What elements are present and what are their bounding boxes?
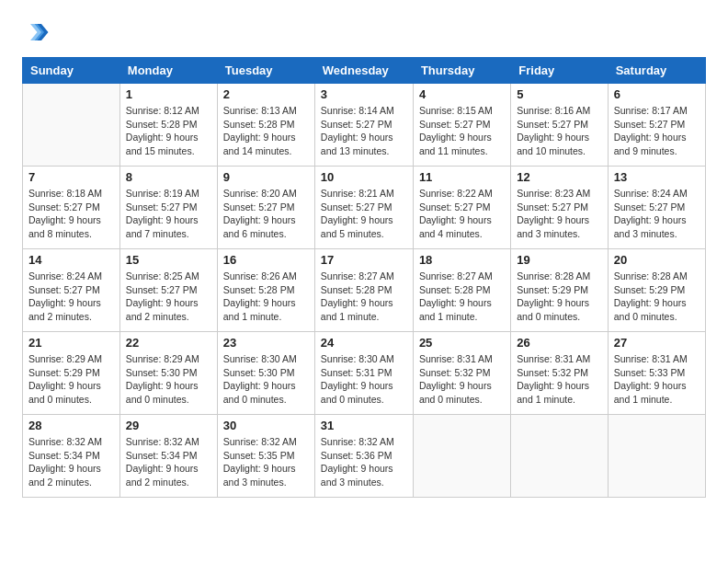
calendar-cell: 8Sunrise: 8:19 AMSunset: 5:27 PMDaylight… xyxy=(119,167,217,249)
calendar-cell: 16Sunrise: 8:26 AMSunset: 5:28 PMDayligh… xyxy=(217,249,314,332)
daylight-info: Daylight: 9 hours and 13 minutes. xyxy=(321,132,393,156)
calendar-cell: 10Sunrise: 8:21 AMSunset: 5:27 PMDayligh… xyxy=(314,167,413,249)
sunset-info: Sunset: 5:27 PM xyxy=(517,201,588,213)
weekday-header: Thursday xyxy=(413,58,510,84)
calendar-week-row: 7Sunrise: 8:18 AMSunset: 5:27 PMDaylight… xyxy=(23,167,706,249)
sunrise-info: Sunrise: 8:24 AM xyxy=(614,188,688,199)
day-info: Sunrise: 8:32 AMSunset: 5:36 PMDaylight:… xyxy=(321,435,407,489)
day-info: Sunrise: 8:24 AMSunset: 5:27 PMDaylight:… xyxy=(28,270,114,324)
day-info: Sunrise: 8:15 AMSunset: 5:27 PMDaylight:… xyxy=(419,104,505,158)
day-info: Sunrise: 8:23 AMSunset: 5:27 PMDaylight:… xyxy=(517,187,601,241)
day-info: Sunrise: 8:12 AMSunset: 5:28 PMDaylight:… xyxy=(126,104,211,158)
sunset-info: Sunset: 5:27 PM xyxy=(517,119,588,130)
day-number: 20 xyxy=(614,253,700,267)
calendar-cell: 28Sunrise: 8:32 AMSunset: 5:34 PMDayligh… xyxy=(23,415,120,498)
day-info: Sunrise: 8:17 AMSunset: 5:27 PMDaylight:… xyxy=(614,104,700,158)
sunrise-info: Sunrise: 8:14 AM xyxy=(321,105,394,116)
sunset-info: Sunset: 5:27 PM xyxy=(321,119,392,130)
sunrise-info: Sunrise: 8:20 AM xyxy=(223,188,297,199)
calendar-cell xyxy=(23,84,120,167)
calendar-cell: 29Sunrise: 8:32 AMSunset: 5:34 PMDayligh… xyxy=(119,415,217,498)
weekday-header: Tuesday xyxy=(217,58,314,84)
calendar-cell: 6Sunrise: 8:17 AMSunset: 5:27 PMDaylight… xyxy=(608,84,705,167)
calendar-cell: 5Sunrise: 8:16 AMSunset: 5:27 PMDaylight… xyxy=(511,84,608,167)
daylight-info: Daylight: 9 hours and 9 minutes. xyxy=(614,132,687,156)
sunset-info: Sunset: 5:27 PM xyxy=(28,284,100,295)
sunrise-info: Sunrise: 8:32 AM xyxy=(28,436,102,447)
calendar-cell xyxy=(511,415,608,498)
sunrise-info: Sunrise: 8:23 AM xyxy=(517,188,590,199)
day-info: Sunrise: 8:32 AMSunset: 5:34 PMDaylight:… xyxy=(126,435,211,489)
sunrise-info: Sunrise: 8:12 AM xyxy=(126,105,199,116)
day-number: 7 xyxy=(28,170,114,184)
day-number: 25 xyxy=(419,336,505,350)
day-number: 3 xyxy=(321,87,407,101)
calendar-cell: 13Sunrise: 8:24 AMSunset: 5:27 PMDayligh… xyxy=(608,167,705,249)
day-number: 31 xyxy=(321,419,407,432)
day-info: Sunrise: 8:18 AMSunset: 5:27 PMDaylight:… xyxy=(28,187,114,241)
calendar-cell: 24Sunrise: 8:30 AMSunset: 5:31 PMDayligh… xyxy=(314,332,413,415)
calendar-week-row: 21Sunrise: 8:29 AMSunset: 5:29 PMDayligh… xyxy=(23,332,706,415)
sunset-info: Sunset: 5:27 PM xyxy=(419,201,491,213)
sunrise-info: Sunrise: 8:30 AM xyxy=(321,353,394,364)
daylight-info: Daylight: 9 hours and 0 minutes. xyxy=(223,380,296,405)
day-info: Sunrise: 8:32 AMSunset: 5:35 PMDaylight:… xyxy=(223,435,309,489)
calendar-cell: 18Sunrise: 8:27 AMSunset: 5:28 PMDayligh… xyxy=(413,249,510,332)
daylight-info: Daylight: 9 hours and 2 minutes. xyxy=(28,463,101,488)
daylight-info: Daylight: 9 hours and 3 minutes. xyxy=(223,463,296,488)
sunrise-info: Sunrise: 8:32 AM xyxy=(126,436,199,447)
day-number: 16 xyxy=(223,253,309,267)
day-number: 14 xyxy=(28,253,114,267)
sunset-info: Sunset: 5:28 PM xyxy=(223,284,295,295)
day-number: 1 xyxy=(126,87,211,101)
daylight-info: Daylight: 9 hours and 11 minutes. xyxy=(419,132,492,156)
sunrise-info: Sunrise: 8:18 AM xyxy=(28,188,102,199)
sunrise-info: Sunrise: 8:29 AM xyxy=(126,353,199,364)
day-info: Sunrise: 8:13 AMSunset: 5:28 PMDaylight:… xyxy=(223,104,309,158)
day-info: Sunrise: 8:19 AMSunset: 5:27 PMDaylight:… xyxy=(126,187,211,241)
daylight-info: Daylight: 9 hours and 1 minute. xyxy=(517,380,589,405)
sunrise-info: Sunrise: 8:15 AM xyxy=(419,105,493,116)
day-number: 27 xyxy=(614,336,700,350)
sunrise-info: Sunrise: 8:26 AM xyxy=(223,270,297,282)
calendar-cell: 21Sunrise: 8:29 AMSunset: 5:29 PMDayligh… xyxy=(23,332,120,415)
sunset-info: Sunset: 5:30 PM xyxy=(223,367,295,378)
sunset-info: Sunset: 5:29 PM xyxy=(614,284,686,295)
page-header xyxy=(22,18,706,46)
sunset-info: Sunset: 5:27 PM xyxy=(28,201,100,213)
daylight-info: Daylight: 9 hours and 2 minutes. xyxy=(126,297,199,322)
sunset-info: Sunset: 5:30 PM xyxy=(126,367,198,378)
day-number: 11 xyxy=(419,170,505,184)
sunset-info: Sunset: 5:34 PM xyxy=(28,450,100,461)
sunrise-info: Sunrise: 8:27 AM xyxy=(419,270,493,282)
day-number: 6 xyxy=(614,87,700,101)
daylight-info: Daylight: 9 hours and 1 minute. xyxy=(321,297,393,322)
daylight-info: Daylight: 9 hours and 10 minutes. xyxy=(517,132,589,156)
sunset-info: Sunset: 5:31 PM xyxy=(321,367,392,378)
daylight-info: Daylight: 9 hours and 14 minutes. xyxy=(223,132,296,156)
sunrise-info: Sunrise: 8:31 AM xyxy=(517,353,590,364)
logo xyxy=(22,18,53,46)
day-info: Sunrise: 8:29 AMSunset: 5:29 PMDaylight:… xyxy=(28,352,114,407)
day-number: 22 xyxy=(126,336,211,350)
calendar-cell: 2Sunrise: 8:13 AMSunset: 5:28 PMDaylight… xyxy=(217,84,314,167)
sunrise-info: Sunrise: 8:24 AM xyxy=(28,270,102,282)
day-number: 28 xyxy=(28,419,114,432)
daylight-info: Daylight: 9 hours and 1 minute. xyxy=(419,297,492,322)
sunrise-info: Sunrise: 8:21 AM xyxy=(321,188,394,199)
daylight-info: Daylight: 9 hours and 2 minutes. xyxy=(28,297,101,322)
calendar-cell: 9Sunrise: 8:20 AMSunset: 5:27 PMDaylight… xyxy=(217,167,314,249)
calendar-cell xyxy=(413,415,510,498)
sunrise-info: Sunrise: 8:30 AM xyxy=(223,353,297,364)
day-number: 10 xyxy=(321,170,407,184)
calendar-body: 1Sunrise: 8:12 AMSunset: 5:28 PMDaylight… xyxy=(23,84,706,498)
calendar-cell: 20Sunrise: 8:28 AMSunset: 5:29 PMDayligh… xyxy=(608,249,705,332)
sunset-info: Sunset: 5:27 PM xyxy=(614,201,686,213)
day-number: 30 xyxy=(223,419,309,432)
daylight-info: Daylight: 9 hours and 0 minutes. xyxy=(126,380,199,405)
daylight-info: Daylight: 9 hours and 15 minutes. xyxy=(126,132,199,156)
day-number: 5 xyxy=(517,87,601,101)
day-number: 29 xyxy=(126,419,211,432)
sunset-info: Sunset: 5:35 PM xyxy=(223,450,295,461)
sunset-info: Sunset: 5:28 PM xyxy=(321,284,392,295)
